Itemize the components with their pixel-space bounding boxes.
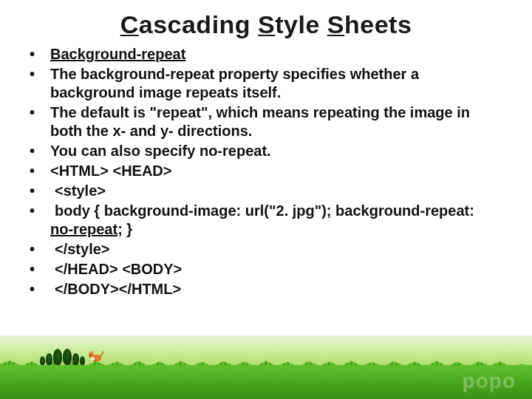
list-item: </HEAD> <BODY> — [35, 260, 501, 279]
content-area: Background-repeat The background-repeat … — [0, 45, 532, 299]
bush-icon — [46, 353, 52, 365]
watermark-text: popo — [463, 369, 516, 393]
bullet-prefix: body { background-image: url("2. jpg"); … — [50, 202, 474, 219]
bullet-text: The background-repeat property specifies… — [50, 66, 419, 100]
bush-icon — [72, 353, 79, 365]
title-part-ascading: ascading — [139, 10, 250, 38]
bullet-suffix: ; } — [117, 221, 132, 237]
list-item: Background-repeat — [35, 45, 501, 64]
bush-icon — [63, 349, 72, 365]
svg-point-5 — [91, 357, 95, 361]
bullet-text: Background-repeat — [50, 46, 185, 62]
bush-icon — [53, 349, 62, 365]
bullet-text: The default is "repeat", which means rep… — [50, 104, 470, 139]
title-cap-s2: S — [327, 10, 344, 38]
bullet-text: You can also specify no-repeat. — [50, 143, 271, 159]
list-item: The background-repeat property specifies… — [35, 65, 501, 102]
svg-point-4 — [90, 355, 91, 355]
list-item: <HTML> <HEAD> — [35, 162, 501, 180]
bush-icon — [80, 356, 85, 365]
list-item: </style> — [35, 240, 501, 259]
list-item: You can also specify no-repeat. — [35, 142, 501, 160]
title-cap-c: C — [120, 10, 139, 38]
fox-icon — [87, 347, 103, 364]
footer-scene: popo — [0, 335, 532, 399]
slide: Cascading Style Sheets Background-repeat… — [0, 0, 532, 399]
bushes-group — [40, 349, 85, 365]
bush-icon — [40, 356, 45, 365]
bullet-text: </HEAD> <BODY> — [50, 261, 182, 277]
page-title: Cascading Style Sheets — [0, 0, 532, 44]
bullet-underline: no-repeat — [50, 221, 117, 237]
bullet-text: <HTML> <HEAD> — [50, 163, 171, 179]
bullet-list: Background-repeat The background-repeat … — [35, 45, 501, 299]
list-item: </BODY></HTML> — [35, 280, 501, 299]
list-item: body { background-image: url("2. jpg"); … — [35, 202, 501, 239]
bullet-text: </BODY></HTML> — [50, 281, 181, 297]
bullet-text: </style> — [50, 241, 110, 257]
bullet-text: <style> — [50, 183, 106, 199]
title-cap-s1: S — [258, 10, 275, 38]
grass-ground — [0, 365, 532, 399]
title-part-tyle: tyle — [275, 10, 320, 38]
svg-marker-2 — [89, 351, 92, 354]
list-item: The default is "repeat", which means rep… — [35, 103, 501, 140]
list-item: <style> — [35, 182, 501, 200]
title-part-heets: heets — [344, 10, 412, 38]
